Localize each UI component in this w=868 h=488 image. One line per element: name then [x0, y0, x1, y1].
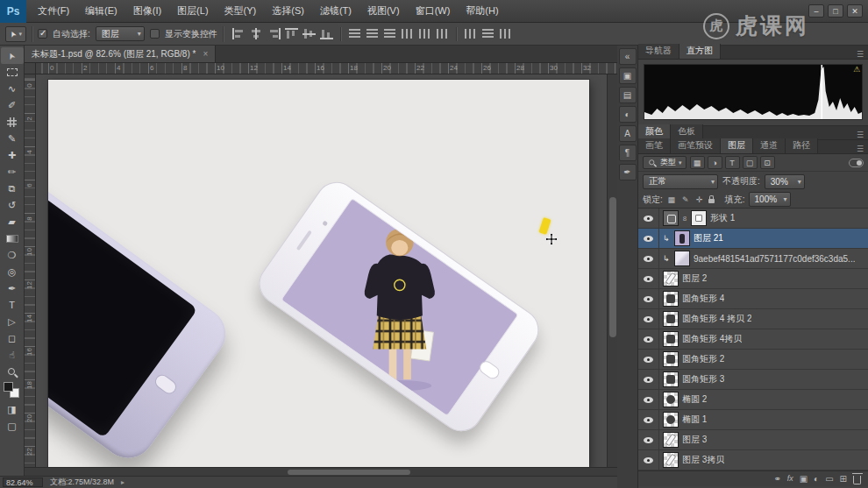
- show-transform-controls-checkbox[interactable]: [150, 29, 160, 39]
- 3d-panel-icon[interactable]: ▣: [619, 67, 637, 84]
- zoom-level-field[interactable]: 82.64%: [3, 477, 43, 487]
- auto-select-target-dropdown[interactable]: 图层: [96, 26, 145, 41]
- distribute-right-icon[interactable]: [436, 28, 449, 39]
- filter-pixel-layers-icon[interactable]: ▦: [690, 156, 705, 169]
- tool-preset-dropdown[interactable]: ➤ ▾: [5, 26, 26, 42]
- paths-collapsed-icon[interactable]: ✒: [619, 164, 637, 180]
- layer-row-10[interactable]: 椭圆 1: [638, 410, 868, 430]
- menu-item-7[interactable]: 视图(V): [359, 0, 408, 22]
- menu-item-5[interactable]: 选择(S): [264, 0, 312, 22]
- adjustments-panel-icon[interactable]: ◐: [619, 106, 637, 123]
- color-swatches[interactable]: [1, 380, 24, 401]
- clone-stamp-tool[interactable]: ⧉: [1, 180, 24, 197]
- layer-visibility-toggle[interactable]: [638, 450, 659, 470]
- quick-selection-tool[interactable]: ✐: [1, 97, 24, 114]
- expand-panels-icon[interactable]: «: [619, 48, 637, 65]
- panel-tab-颜色[interactable]: 颜色: [638, 124, 671, 139]
- delete-layer-icon[interactable]: [853, 476, 861, 484]
- 3d-mode-icon[interactable]: [481, 28, 494, 39]
- layer-row-1[interactable]: ↳图层 21: [638, 229, 868, 249]
- horizontal-scrollbar[interactable]: [25, 467, 617, 476]
- opacity-dropdown[interactable]: 30%: [765, 174, 805, 189]
- crop-tool[interactable]: [1, 114, 24, 131]
- layer-row-8[interactable]: 圆角矩形 3: [638, 370, 868, 390]
- layer-row-7[interactable]: 圆角矩形 2: [638, 350, 868, 370]
- panel-tab-画笔预设[interactable]: 画笔预设: [671, 138, 721, 153]
- document-canvas[interactable]: [48, 80, 589, 467]
- menu-item-6[interactable]: 滤镜(T): [312, 0, 359, 22]
- quick-mask-icon[interactable]: ◨: [1, 401, 24, 418]
- document-tab[interactable]: 未标题-1.psd @ 82.6% (图层 21, RGB/8) * ×: [25, 46, 216, 62]
- filter-type-layers-icon[interactable]: T: [725, 156, 740, 169]
- distribute-left-icon[interactable]: [401, 28, 414, 39]
- blend-mode-dropdown[interactable]: 正常: [643, 174, 718, 189]
- layer-row-0[interactable]: 8形状 1: [638, 209, 868, 229]
- minimize-button[interactable]: –: [808, 4, 824, 18]
- add-layer-mask-icon[interactable]: ▣: [800, 475, 808, 484]
- histogram-cache-warning-icon[interactable]: ⚠: [853, 65, 860, 74]
- blur-tool[interactable]: ❍: [1, 247, 24, 264]
- hand-tool[interactable]: ☝: [1, 347, 24, 364]
- panel-tab-图层[interactable]: 图层: [721, 138, 753, 153]
- align-top-icon[interactable]: [285, 28, 298, 39]
- align-left-icon[interactable]: [232, 28, 245, 39]
- menu-item-3[interactable]: 图层(L): [169, 0, 216, 22]
- layer-filter-type-dropdown[interactable]: 类型 ▾: [643, 156, 687, 169]
- zoom-tool[interactable]: [1, 364, 24, 380]
- distribute-bottom-icon[interactable]: [383, 28, 396, 39]
- shape-tool[interactable]: ◻: [1, 330, 24, 347]
- horizontal-scrollbar-thumb[interactable]: [288, 470, 410, 475]
- align-right-icon[interactable]: [267, 28, 281, 39]
- menu-item-2[interactable]: 图像(I): [125, 0, 169, 22]
- menu-item-4[interactable]: 类型(Y): [217, 0, 265, 22]
- layer-visibility-toggle[interactable]: [638, 329, 659, 349]
- fill-dropdown[interactable]: 100%: [749, 192, 791, 207]
- restore-button[interactable]: □: [828, 4, 843, 18]
- vertical-scrollbar-thumb[interactable]: [609, 197, 616, 337]
- panel-menu-icon[interactable]: ☰: [852, 50, 868, 59]
- panel-tab-画笔[interactable]: 画笔: [638, 138, 671, 153]
- menu-item-8[interactable]: 窗口(W): [408, 0, 459, 22]
- filter-shape-layers-icon[interactable]: ▢: [743, 156, 758, 169]
- menu-item-9[interactable]: 帮助(H): [458, 0, 506, 22]
- lasso-tool[interactable]: ∿: [1, 81, 24, 97]
- layer-row-4[interactable]: 圆角矩形 4: [638, 289, 868, 309]
- layer-row-9[interactable]: 椭圆 2: [638, 390, 868, 410]
- link-layers-icon[interactable]: ⚭: [773, 475, 780, 484]
- canvas-viewport[interactable]: [36, 74, 607, 467]
- layer-row-6[interactable]: 圆角矩形 4拷贝: [638, 329, 868, 350]
- layer-visibility-toggle[interactable]: [638, 430, 659, 449]
- filter-toggle-switch[interactable]: [849, 159, 864, 167]
- styles-panel-icon[interactable]: ▤: [619, 87, 637, 103]
- layer-visibility-toggle[interactable]: [638, 269, 659, 288]
- type-tool[interactable]: T: [1, 297, 24, 314]
- rectangular-marquee-tool[interactable]: [1, 64, 24, 81]
- layer-row-12[interactable]: 图层 3拷贝: [638, 450, 868, 470]
- history-brush-tool[interactable]: ↺: [1, 197, 24, 214]
- lock-image-pixels-icon[interactable]: ✎: [680, 195, 691, 204]
- layer-style-icon[interactable]: fx: [787, 475, 793, 483]
- move-tool[interactable]: ➤: [1, 47, 24, 64]
- brush-tool[interactable]: ✏: [1, 164, 24, 180]
- panel-menu-icon[interactable]: ☰: [852, 131, 868, 139]
- lock-position-icon[interactable]: ✛: [694, 195, 705, 204]
- eraser-tool[interactable]: ▰: [1, 214, 24, 230]
- layer-row-11[interactable]: 图层 3: [638, 430, 868, 450]
- panel-tab-色板[interactable]: 色板: [671, 124, 703, 139]
- layer-visibility-toggle[interactable]: [638, 249, 659, 268]
- lock-transparent-pixels-icon[interactable]: ▦: [666, 195, 677, 204]
- screen-mode-icon[interactable]: ▢: [1, 418, 24, 435]
- align-bottom-icon[interactable]: [320, 28, 333, 39]
- auto-select-checkbox[interactable]: [38, 29, 47, 39]
- pen-tool[interactable]: ✒: [1, 280, 24, 297]
- menu-item-0[interactable]: 文件(F): [30, 0, 77, 22]
- layer-visibility-toggle[interactable]: [638, 309, 659, 329]
- layer-row-5[interactable]: 圆角矩形 4 拷贝 2: [638, 309, 868, 329]
- close-button[interactable]: ✕: [847, 4, 863, 18]
- character-panel-icon[interactable]: A: [619, 125, 637, 142]
- distribute-vertical-center-icon[interactable]: [366, 28, 379, 39]
- lock-all-icon[interactable]: [708, 199, 715, 203]
- dodge-tool[interactable]: ◎: [1, 264, 24, 280]
- adjustment-layer-icon[interactable]: ◐: [814, 475, 819, 484]
- panel-tab-路径[interactable]: 路径: [786, 138, 818, 153]
